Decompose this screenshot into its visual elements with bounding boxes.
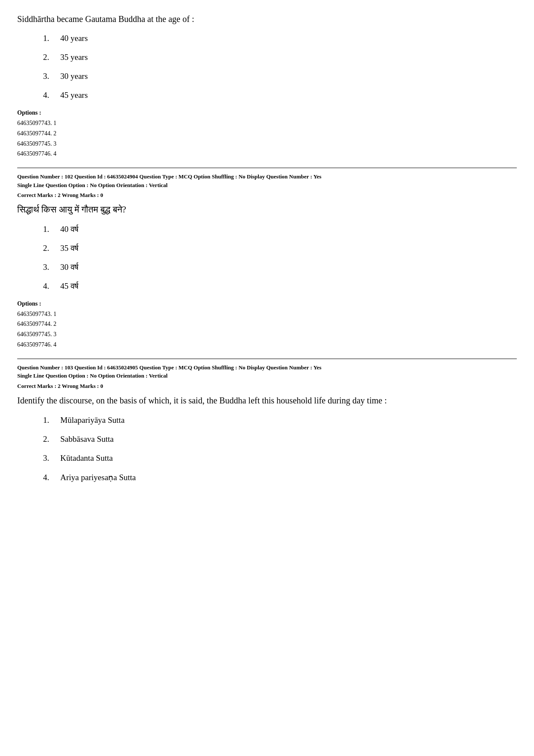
question-101-options: 1. 40 years 2. 35 years 3. 30 years 4. 4… <box>43 34 517 100</box>
option-103-2-num: 2. <box>43 434 60 444</box>
option-101-1: 1. 40 years <box>43 34 517 43</box>
code-102-4: 64635097746. 4 <box>17 340 517 350</box>
code-101-3: 64635097745. 3 <box>17 139 517 149</box>
option-102-2: 2. 35 वर्ष <box>43 244 517 253</box>
option-103-2: 2. Sabbāsava Sutta <box>43 434 517 444</box>
code-102-2: 64635097744. 2 <box>17 319 517 329</box>
code-101-2: 64635097744. 2 <box>17 128 517 139</box>
option-101-2: 2. 35 years <box>43 53 517 62</box>
option-103-4: 4. Ariya pariyesaṇa Sutta <box>43 472 517 482</box>
option-103-3-text: Kūtadanta Sutta <box>60 453 113 463</box>
question-102-meta: Question Number : 103 Question Id : 6463… <box>17 359 517 380</box>
option-103-1-num: 1. <box>43 415 60 425</box>
option-101-1-text: 40 years <box>60 34 88 43</box>
option-102-1: 1. 40 वर्ष <box>43 225 517 234</box>
question-101-container: Siddhārtha became Gautama Buddha at the … <box>17 13 517 159</box>
meta-101-line1: Question Number : 102 Question Id : 6463… <box>17 172 517 181</box>
question-102-text: सिद्धार्थ किस आयु में गौतम बुद्ध बने? <box>17 203 517 217</box>
options-codes-102: 64635097743. 1 64635097744. 2 6463509774… <box>17 309 517 350</box>
option-101-3: 3. 30 years <box>43 72 517 81</box>
marks-101: Correct Marks : 2 Wrong Marks : 0 <box>17 192 517 199</box>
option-103-3: 3. Kūtadanta Sutta <box>43 453 517 463</box>
question-102-container: सिद्धार्थ किस आयु में गौतम बुद्ध बने? 1.… <box>17 203 517 350</box>
option-101-2-text: 35 years <box>60 53 88 62</box>
option-101-4-num: 4. <box>43 91 60 100</box>
option-102-3-text: 30 वर्ष <box>60 262 78 272</box>
question-101-text: Siddhārtha became Gautama Buddha at the … <box>17 13 517 25</box>
question-103-options: 1. Mūlapariyāya Sutta 2. Sabbāsava Sutta… <box>43 415 517 482</box>
option-101-1-num: 1. <box>43 34 60 43</box>
marks-102: Correct Marks : 2 Wrong Marks : 0 <box>17 383 517 390</box>
question-103-container: Identify the discourse, on the basis of … <box>17 394 517 482</box>
option-103-3-num: 3. <box>43 453 60 463</box>
meta-101-line2: Single Line Question Option : No Option … <box>17 181 517 190</box>
option-102-2-text: 35 वर्ष <box>60 244 78 253</box>
option-103-1: 1. Mūlapariyāya Sutta <box>43 415 517 425</box>
option-102-1-text: 40 वर्ष <box>60 225 78 234</box>
option-102-4-text: 45 वर्ष <box>60 281 78 291</box>
option-101-3-num: 3. <box>43 72 60 81</box>
option-102-2-num: 2. <box>43 244 60 253</box>
option-103-1-text: Mūlapariyāya Sutta <box>60 415 124 425</box>
option-103-4-num: 4. <box>43 473 60 482</box>
code-102-1: 64635097743. 1 <box>17 309 517 319</box>
option-102-4: 4. 45 वर्ष <box>43 281 517 291</box>
options-label-101: Options : <box>17 109 517 116</box>
option-102-4-num: 4. <box>43 281 60 291</box>
question-101-meta: Question Number : 102 Question Id : 6463… <box>17 168 517 189</box>
option-103-4-text: Ariya pariyesaṇa Sutta <box>60 472 136 482</box>
option-101-2-num: 2. <box>43 53 60 62</box>
question-103-text: Identify the discourse, on the basis of … <box>17 394 517 407</box>
option-102-3: 3. 30 वर्ष <box>43 262 517 272</box>
options-label-102: Options : <box>17 300 517 307</box>
code-101-1: 64635097743. 1 <box>17 118 517 128</box>
option-102-3-num: 3. <box>43 262 60 272</box>
option-101-4-text: 45 years <box>60 91 88 100</box>
option-102-1-num: 1. <box>43 225 60 234</box>
option-101-4: 4. 45 years <box>43 91 517 100</box>
question-102-options: 1. 40 वर्ष 2. 35 वर्ष 3. 30 वर्ष 4. 45 व… <box>43 225 517 291</box>
meta-102-line2: Single Line Question Option : No Option … <box>17 372 517 380</box>
option-101-3-text: 30 years <box>60 72 88 81</box>
code-102-3: 64635097745. 3 <box>17 329 517 340</box>
options-codes-101: 64635097743. 1 64635097744. 2 6463509774… <box>17 118 517 159</box>
meta-102-line1: Question Number : 103 Question Id : 6463… <box>17 363 517 372</box>
option-103-2-text: Sabbāsava Sutta <box>60 434 114 444</box>
code-101-4: 64635097746. 4 <box>17 149 517 159</box>
